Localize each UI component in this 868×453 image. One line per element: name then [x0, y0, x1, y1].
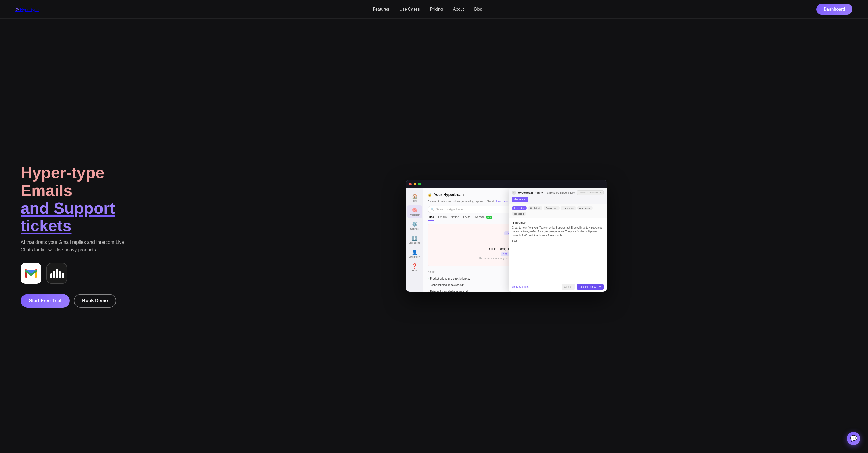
intercom-icon	[46, 263, 67, 284]
book-demo-button[interactable]: Book Demo	[74, 294, 116, 308]
pdf-icon-2: ▪	[428, 290, 429, 292]
titlebar-minimize-dot	[413, 183, 416, 186]
use-answer-label: Use this answer	[580, 285, 598, 288]
app-sidebar: 🏠 Home 🧠 Hyperbrain ⚙️ Settings ⬇️ Exten…	[406, 188, 424, 292]
titlebar-close-dot	[409, 183, 411, 186]
ai-panel-close[interactable]: ✕	[512, 191, 516, 195]
app-window: 🏠 Home 🧠 Hyperbrain ⚙️ Settings ⬇️ Exten…	[406, 180, 607, 292]
nav-about[interactable]: About	[453, 7, 464, 11]
tone-humorous[interactable]: Humorous	[561, 206, 576, 210]
window-titlebar	[406, 180, 607, 188]
extensions-icon: ⬇️	[412, 235, 417, 241]
hyperbrain-icon: 🧠	[412, 207, 417, 213]
help-icon: ❓	[412, 263, 417, 269]
logo-text: Hypertype	[20, 7, 39, 12]
hero-section: Hyper-type Emails and Support tickets AI…	[0, 19, 868, 453]
nav-use-cases[interactable]: Use Cases	[399, 7, 420, 11]
hero-right: 🏠 Home 🧠 Hyperbrain ⚙️ Settings ⬇️ Exten…	[160, 180, 852, 292]
chat-bubble[interactable]: 💬	[847, 432, 860, 445]
use-answer-button[interactable]: Use this answer ▾	[577, 284, 604, 290]
ai-message: Great to hear from you! You can enjoy Su…	[512, 226, 604, 237]
bar4	[59, 271, 61, 279]
nav-blog[interactable]: Blog	[474, 7, 482, 11]
ai-sign: Best,	[512, 239, 604, 242]
bar2	[53, 271, 55, 279]
tone-rejecting[interactable]: Rejecting	[512, 211, 526, 216]
ai-panel-to: To: Beatrice Baltscheffsky	[545, 191, 575, 194]
lock-icon: 🔒	[428, 193, 432, 197]
dashboard-button[interactable]: Dashboard	[816, 4, 852, 15]
hero-cta: Start Free Trial Book Demo	[21, 294, 150, 308]
sidebar-home-label: Home	[411, 200, 417, 202]
navbar: > Hypertype Features Use Cases Pricing A…	[0, 0, 868, 19]
ai-panel: ✕ Hyperbrain Infinity To: Beatrice Balts…	[509, 188, 607, 292]
hero-title: Hyper-type Emails and Support tickets	[21, 164, 150, 234]
tone-apologetic[interactable]: Apologetic	[577, 206, 593, 210]
sidebar-item-extensions[interactable]: ⬇️ Extensions	[407, 233, 422, 246]
learn-more-link[interactable]: Learn more	[496, 200, 510, 203]
bar3	[56, 269, 58, 279]
titlebar-maximize-dot	[418, 183, 421, 186]
ai-message-area: Hi Beatrice, Great to hear from you! You…	[509, 218, 607, 282]
pdf-icon-1: ▪	[428, 283, 429, 286]
intercom-bars	[51, 268, 64, 279]
ai-panel-title: Hyperbrain Infinity	[518, 191, 543, 194]
format-pdf: PDF	[501, 252, 509, 256]
sidebar-community-label: Community	[409, 255, 421, 258]
tab-faqs[interactable]: FAQs	[463, 216, 470, 221]
logo[interactable]: > Hypertype	[16, 6, 39, 13]
settings-icon: ⚙️	[412, 221, 417, 227]
tone-interested[interactable]: Interested	[512, 206, 527, 210]
tone-convincing[interactable]: Convincing	[544, 206, 560, 210]
ai-greeting: Hi Beatrice,	[512, 221, 604, 224]
generate-button[interactable]: Generate	[512, 197, 528, 202]
app-title: Your Hyperbrain	[434, 192, 464, 197]
tab-website[interactable]: Website New	[474, 216, 492, 221]
bar5	[62, 273, 64, 279]
ai-actions: Verify Sources Cancel Use this answer ▾	[509, 282, 607, 292]
hero-title-line1: Hyper-type Emails	[21, 164, 104, 199]
gmail-icon	[21, 263, 41, 284]
sidebar-item-settings[interactable]: ⚙️ Settings	[407, 219, 422, 232]
home-icon: 🏠	[412, 193, 417, 199]
nav-features[interactable]: Features	[373, 7, 389, 11]
chat-icon: 💬	[850, 435, 857, 442]
logo-chevron-icon: >	[16, 6, 19, 12]
sidebar-hyperbrain-label: Hyperbrain	[409, 214, 420, 216]
sidebar-item-help[interactable]: ❓ Help	[407, 261, 422, 274]
tone-chips: Interested Confident Convincing Humorous…	[509, 204, 607, 218]
sidebar-extensions-label: Extensions	[409, 242, 420, 244]
tone-confident[interactable]: Confident	[528, 206, 542, 210]
ai-panel-header: ✕ Hyperbrain Infinity To: Beatrice Balts…	[509, 188, 607, 204]
search-icon: 🔍	[431, 208, 435, 211]
chevron-down-icon: ▾	[599, 285, 601, 288]
nav-links: Features Use Cases Pricing About Blog	[373, 7, 482, 11]
website-new-badge: New	[486, 216, 492, 219]
template-select[interactable]: Select a template	[577, 190, 604, 195]
nav-pricing[interactable]: Pricing	[430, 7, 443, 11]
sidebar-settings-label: Settings	[410, 228, 419, 230]
tab-notion[interactable]: Notion	[451, 216, 459, 221]
app-body: 🏠 Home 🧠 Hyperbrain ⚙️ Settings ⬇️ Exten…	[406, 188, 607, 292]
search-placeholder-text: Search in Hyperbrain...	[436, 208, 465, 211]
hero-subtitle: AI that drafts your Gmail replies and In…	[21, 239, 129, 254]
tab-emails[interactable]: Emails	[438, 216, 447, 221]
ai-cancel-button[interactable]: Cancel	[562, 284, 575, 290]
hero-content: Hyper-type Emails and Support tickets AI…	[21, 164, 150, 307]
start-trial-button[interactable]: Start Free Trial	[21, 294, 70, 308]
sidebar-help-label: Help	[412, 270, 417, 272]
hero-title-line2: and Support tickets	[21, 199, 115, 234]
csv-icon-0: ▪	[428, 277, 429, 280]
sidebar-item-home[interactable]: 🏠 Home	[407, 191, 422, 204]
tab-files[interactable]: Files	[428, 216, 434, 221]
sidebar-item-community[interactable]: 👤 Community	[407, 247, 422, 260]
community-icon: 👤	[412, 249, 417, 255]
sidebar-item-hyperbrain[interactable]: 🧠 Hyperbrain	[407, 205, 422, 218]
bar1	[51, 273, 52, 279]
verify-sources-link[interactable]: Verify Sources	[512, 285, 528, 288]
integration-icons	[21, 263, 150, 284]
